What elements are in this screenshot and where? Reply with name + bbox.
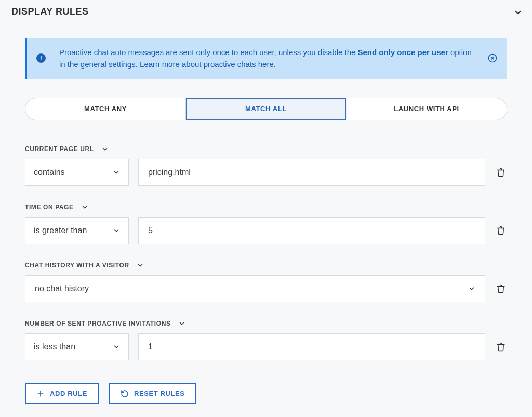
chevron-down-icon bbox=[113, 343, 120, 351]
operator-select[interactable]: is greater than bbox=[25, 217, 129, 244]
match-mode-tabs: MATCH ANY MATCH ALL LAUNCH WITH API bbox=[25, 98, 507, 120]
add-rule-button[interactable]: ADD RULE bbox=[25, 383, 99, 404]
value-input[interactable]: pricing.html bbox=[138, 159, 485, 186]
delete-rule-button[interactable] bbox=[495, 341, 507, 353]
collapse-chevron-icon[interactable] bbox=[513, 8, 522, 16]
info-banner: i Proactive chat auto messages are sent … bbox=[25, 38, 507, 79]
value-select[interactable]: no chat history bbox=[25, 275, 485, 302]
operator-select[interactable]: contains bbox=[25, 159, 129, 186]
add-rule-label: ADD RULE bbox=[50, 389, 87, 397]
value-input[interactable]: 1 bbox=[138, 333, 485, 360]
chevron-down-icon bbox=[113, 169, 120, 176]
tab-launch-with-api[interactable]: LAUNCH WITH API bbox=[347, 98, 507, 120]
chevron-down-icon bbox=[468, 285, 475, 292]
tab-match-all[interactable]: MATCH ALL bbox=[186, 98, 347, 120]
value-input[interactable]: 5 bbox=[138, 217, 485, 244]
rule-label: CHAT HISTORY WITH A VISITOR bbox=[25, 262, 129, 269]
chevron-down-icon[interactable] bbox=[81, 204, 88, 211]
rule-label: TIME ON PAGE bbox=[25, 204, 74, 211]
operator-select[interactable]: is less than bbox=[25, 333, 129, 360]
delete-rule-button[interactable] bbox=[495, 166, 507, 179]
info-icon: i bbox=[36, 53, 46, 63]
delete-rule-button[interactable] bbox=[495, 283, 507, 295]
info-text: Proactive chat auto messages are sent on… bbox=[59, 46, 498, 71]
chevron-down-icon[interactable] bbox=[178, 320, 185, 327]
tab-match-any[interactable]: MATCH ANY bbox=[25, 98, 186, 120]
close-icon[interactable] bbox=[487, 53, 498, 63]
chevron-down-icon[interactable] bbox=[101, 145, 109, 153]
section-title: DISPLAY RULES bbox=[11, 6, 89, 17]
delete-rule-button[interactable] bbox=[495, 224, 507, 237]
rule-label: CURRENT PAGE URL bbox=[25, 145, 94, 153]
rule-label: NUMBER OF SENT PROACTIVE INVITATIONS bbox=[25, 320, 171, 327]
chevron-down-icon bbox=[113, 227, 120, 234]
info-learn-more-link[interactable]: here bbox=[258, 60, 274, 69]
chevron-down-icon[interactable] bbox=[137, 262, 144, 269]
reset-rules-label: RESET RULES bbox=[134, 389, 185, 397]
reset-rules-button[interactable]: RESET RULES bbox=[109, 383, 196, 404]
